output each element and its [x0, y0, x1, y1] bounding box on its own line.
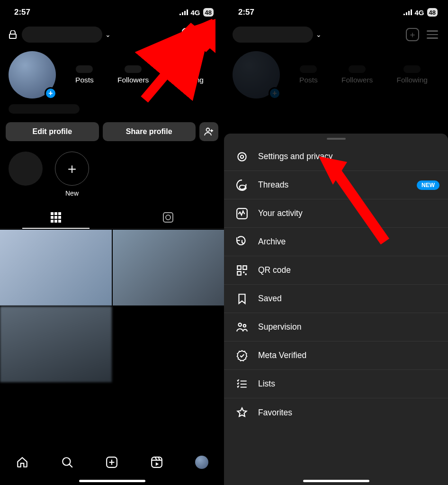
svg-point-14	[243, 324, 246, 327]
network-label: 4G	[415, 9, 424, 17]
menu-archive[interactable]: Archive	[224, 228, 448, 256]
create-button[interactable]: ＋	[403, 25, 422, 45]
svg-point-0	[206, 128, 210, 132]
stat-following[interactable]: Following	[172, 65, 203, 84]
stat-following-count	[403, 65, 421, 73]
status-right: 4G 48	[403, 8, 438, 17]
stat-posts-label: Posts	[75, 76, 94, 84]
screenshot-menu-sheet: 2:57 4G 48 ⌄ ＋ +	[224, 0, 448, 485]
username-dropdown[interactable]	[22, 27, 102, 43]
nav-profile[interactable]	[194, 455, 209, 470]
profile-stats: Posts Followers Following	[287, 65, 439, 84]
profile-summary: + Posts Followers Following	[224, 49, 448, 99]
tagged-icon	[163, 212, 173, 223]
profile-header: ⌄ ＋	[224, 21, 448, 49]
home-indicator[interactable]	[79, 480, 145, 482]
svg-rect-10	[237, 266, 241, 269]
star-icon	[235, 406, 249, 419]
menu-sheet: Settings and privacy Threads NEW Your ac…	[224, 134, 448, 485]
sheet-handle[interactable]	[327, 138, 346, 140]
nav-search[interactable]	[60, 455, 75, 470]
edit-profile-button[interactable]: Edit profile	[6, 122, 99, 141]
create-button[interactable]: ＋	[179, 25, 198, 45]
stat-followers-count	[349, 65, 366, 73]
stat-following-label: Following	[172, 76, 203, 84]
stat-posts-count	[76, 65, 93, 73]
add-story-badge[interactable]: +	[269, 87, 281, 99]
new-badge: NEW	[417, 180, 439, 190]
share-profile-button[interactable]: Share profile	[103, 122, 196, 141]
avatar-icon	[195, 456, 208, 469]
lock-icon	[9, 30, 17, 39]
post-thumbnail[interactable]	[113, 306, 224, 382]
profile-summary: + Posts Followers Following	[0, 49, 224, 99]
menu-settings[interactable]: Settings and privacy	[224, 143, 448, 171]
menu-threads[interactable]: Threads NEW	[224, 171, 448, 199]
search-icon	[61, 456, 73, 468]
stat-posts[interactable]: Posts	[299, 65, 318, 84]
menu-lists[interactable]: Lists	[224, 370, 448, 398]
svg-rect-3	[152, 457, 162, 467]
post-thumbnail[interactable]	[113, 230, 224, 305]
avatar-button[interactable]: +	[233, 51, 280, 99]
nav-create[interactable]	[104, 455, 119, 470]
stat-followers-label: Followers	[117, 76, 149, 84]
signal-icon	[179, 9, 188, 15]
add-person-icon	[204, 127, 214, 136]
chevron-down-icon[interactable]: ⌄	[316, 31, 322, 38]
grid-icon	[51, 212, 61, 223]
stat-posts[interactable]: Posts	[75, 65, 94, 84]
posts-grid	[0, 230, 224, 382]
post-thumbnail[interactable]	[0, 230, 112, 305]
menu-label: Your activity	[258, 208, 303, 218]
stat-followers[interactable]: Followers	[341, 65, 373, 84]
screenshot-profile: 2:57 4G 48 ⌄ ＋ +	[0, 0, 224, 485]
menu-label: Supervision	[258, 322, 301, 332]
add-story-badge[interactable]: +	[45, 87, 57, 99]
avatar-button[interactable]: +	[9, 51, 56, 99]
plus-icon: ＋	[55, 152, 89, 186]
discover-people-button[interactable]	[199, 122, 218, 141]
menu-favorites[interactable]: Favorites	[224, 398, 448, 427]
menu-qr[interactable]: QR code	[224, 256, 448, 285]
highlight-item[interactable]	[9, 152, 43, 197]
highlight-new[interactable]: ＋ New	[55, 152, 89, 197]
highlight-cover	[9, 152, 43, 186]
menu-verified[interactable]: Meta Verified	[224, 341, 448, 370]
supervision-icon	[235, 321, 249, 334]
bottom-nav	[0, 447, 224, 485]
profile-actions: Edit profile Share profile	[0, 114, 224, 141]
signal-icon	[403, 9, 412, 15]
menu-button[interactable]	[198, 25, 218, 45]
qr-icon	[235, 264, 249, 277]
threads-icon	[235, 179, 249, 192]
battery-icon: 48	[203, 8, 214, 17]
nav-home[interactable]	[15, 455, 30, 470]
tab-tagged[interactable]	[112, 207, 224, 228]
chevron-down-icon[interactable]: ⌄	[105, 31, 111, 38]
stat-followers[interactable]: Followers	[117, 65, 149, 84]
network-label: 4G	[191, 9, 200, 17]
post-thumbnail[interactable]	[0, 306, 112, 382]
profile-stats: Posts Followers Following	[63, 65, 215, 84]
archive-icon	[235, 235, 249, 249]
menu-saved[interactable]: Saved	[224, 285, 448, 313]
status-bar: 2:57 4G 48	[0, 0, 224, 21]
highlight-new-label: New	[65, 189, 79, 197]
menu-label: Settings and privacy	[258, 152, 333, 162]
menu-button[interactable]	[422, 25, 442, 45]
svg-rect-11	[243, 266, 247, 269]
home-icon	[16, 456, 28, 468]
hamburger-icon	[427, 30, 438, 39]
menu-activity[interactable]: Your activity	[224, 199, 448, 228]
username-dropdown[interactable]	[233, 27, 313, 43]
svg-point-13	[238, 323, 242, 326]
plus-square-icon	[106, 456, 118, 468]
menu-supervision[interactable]: Supervision	[224, 313, 448, 341]
nav-reels[interactable]	[149, 455, 164, 470]
hamburger-icon	[203, 30, 214, 39]
stat-following[interactable]: Following	[396, 65, 427, 84]
battery-icon: 48	[427, 8, 438, 17]
home-indicator[interactable]	[303, 480, 369, 482]
tab-grid[interactable]	[0, 207, 112, 228]
